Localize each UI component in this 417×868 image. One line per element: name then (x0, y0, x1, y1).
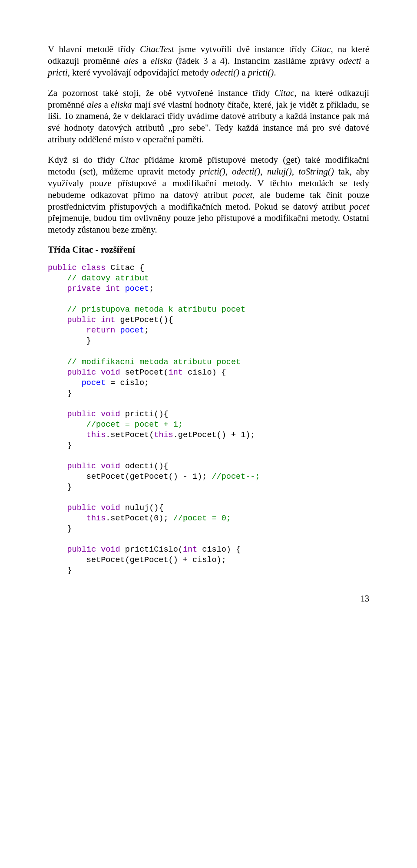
method-pricticislo: prictiCislo (125, 545, 178, 554)
text: přejmenuje, budou tím ovlivněny pouze je… (48, 213, 369, 235)
text: (řádek 3 a 4). Instancím zasíláme zprávy (172, 56, 339, 66)
semicolon: ; (144, 378, 149, 388)
text: jsme vytvořili dvě instance třídy (174, 44, 311, 54)
paragraph-1: V hlavní metodě třídy CitacTest jsme vyt… (48, 43, 369, 79)
text: . (274, 67, 276, 78)
keyword-int: int (169, 368, 183, 377)
text: , (225, 166, 232, 177)
brace-close: } (86, 336, 91, 345)
comment: //pocet = pocet + 1; (86, 420, 183, 429)
code-block: public class Citac { // datovy atribut p… (48, 263, 369, 576)
call-setpocet: .setPocet( (106, 431, 154, 440)
class-name-citac: Citac (311, 44, 331, 54)
method-pricti: pricti (125, 410, 154, 419)
keyword-this: this (86, 431, 106, 440)
keyword-public: public (67, 462, 96, 471)
var-eliska: eliska (111, 99, 132, 110)
call-setpocet: setPocet(getPocet() + cislo); (86, 556, 226, 565)
call-getpocet: .getPocet() + 1); (173, 431, 255, 440)
method-odecti: odecti() (232, 166, 260, 177)
keyword-return: return (86, 326, 116, 335)
brace-close: } (67, 389, 72, 398)
text: Za pozornost také stojí, že obě vytvořen… (48, 88, 275, 98)
method-pricti: pricti() (199, 166, 225, 177)
class-name-citactest: CitacTest (140, 44, 174, 54)
keyword-int: int (101, 316, 115, 325)
keyword-int: int (106, 284, 120, 293)
keyword-void: void (101, 368, 120, 377)
method-nuluj: nuluj (125, 503, 149, 513)
keyword-void: void (101, 545, 120, 554)
brace-open: { (135, 263, 144, 273)
text: Když si do třídy (48, 155, 119, 165)
method-pricti: pricti() (248, 67, 274, 78)
sig-open: ) { (226, 545, 241, 554)
method-getpocet: getPocet (120, 316, 159, 325)
param-cislo: cislo (202, 545, 226, 554)
keyword-void: void (101, 462, 120, 471)
call-setpocet: setPocet(getPocet() - 1); (86, 472, 212, 481)
comment: //pocet--; (212, 472, 260, 481)
paragraph-3: Když si do třídy Citac přidáme kromě pří… (48, 154, 369, 236)
semicolon: ; (144, 326, 149, 335)
lparen: ( (178, 545, 183, 554)
keyword-public: public (67, 545, 96, 554)
param-cislo: cislo (188, 368, 212, 377)
var-eliska: eliska (151, 56, 172, 66)
attr-pocet: pocet (350, 201, 369, 212)
method-nuluj: nuluj() (267, 166, 292, 177)
text: a (139, 56, 151, 66)
method-odecti: odecti (125, 462, 154, 471)
comment: // datovy atribut (67, 274, 149, 283)
identifier-pocet: pocet (125, 284, 149, 293)
comment: // modifikacni metoda atributu pocet (67, 358, 241, 367)
class-name-citac: Citac (275, 88, 295, 98)
text: , (260, 166, 267, 177)
method-setpocet: setPocet (125, 368, 164, 377)
msg-pricti: pricti (48, 67, 68, 78)
assign: = (106, 378, 120, 388)
keyword-this: this (86, 514, 106, 523)
text: V hlavní metodě třídy (48, 44, 140, 54)
var-ales: ales (87, 99, 102, 110)
text: , (292, 166, 298, 177)
param-cislo: cislo (120, 378, 145, 388)
comment: //pocet = 0; (173, 514, 231, 523)
paragraph-2: Za pozornost také stojí, že obě vytvořen… (48, 87, 369, 145)
brace-close: } (67, 566, 72, 575)
text: , které vyvolávají odpovídající metody (68, 67, 211, 78)
identifier-pocet: pocet (82, 378, 106, 388)
brace-close: } (67, 483, 72, 492)
comment: // pristupova metoda k atributu pocet (67, 305, 245, 314)
brace-close: } (67, 441, 72, 450)
keyword-public: public (67, 410, 96, 419)
section-heading: Třída Citac - rozšíření (48, 244, 369, 255)
keyword-void: void (101, 410, 120, 419)
identifier-citac: Citac (110, 263, 135, 273)
sig-open: (){ (149, 503, 163, 513)
text: a (239, 67, 248, 78)
keyword-public: public (67, 503, 96, 513)
identifier-pocet: pocet (120, 326, 145, 335)
brace-close: } (67, 524, 72, 533)
sig-open: ) { (212, 368, 226, 377)
sig-open: (){ (159, 316, 173, 325)
msg-odecti: odecti (339, 56, 361, 66)
lparen: ( (164, 368, 169, 377)
keyword-private: private (67, 284, 101, 293)
keyword-class: class (82, 263, 106, 273)
method-odecti: odecti() (211, 67, 239, 78)
keyword-public: public (67, 368, 96, 377)
keyword-void: void (101, 503, 120, 513)
attr-pocet: pocet (233, 190, 252, 200)
page-number: 13 (48, 594, 369, 604)
keyword-this: this (154, 431, 173, 440)
keyword-int: int (183, 545, 197, 554)
var-ales: ales (124, 56, 139, 66)
semicolon: ; (149, 284, 154, 293)
keyword-public: public (48, 263, 77, 273)
keyword-public: public (67, 316, 96, 325)
sig-open: (){ (154, 410, 168, 419)
text: a (102, 99, 111, 110)
class-name-citac: Citac (119, 155, 139, 165)
